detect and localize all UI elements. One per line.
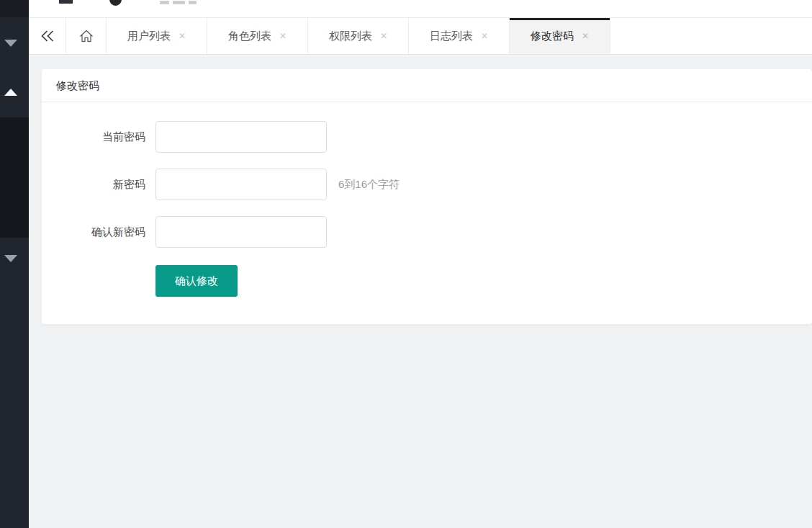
tab-permission-list[interactable]: 权限列表 ✕ <box>308 18 409 54</box>
sidebar-top-shade <box>0 0 29 17</box>
change-password-form: 当前密码 新密码 6到16个字符 确认新密码 确认修改 <box>42 102 812 297</box>
close-icon[interactable]: ✕ <box>582 32 589 40</box>
tab-label: 用户列表 <box>127 30 171 43</box>
tab-label: 日志列表 <box>430 30 473 43</box>
tab-log-list[interactable]: 日志列表 ✕ <box>409 18 510 54</box>
tab-bar: 用户列表 ✕ 角色列表 ✕ 权限列表 ✕ 日志列表 ✕ 修改密码 ✕ <box>29 18 812 55</box>
menu-icon-cropped <box>59 0 73 4</box>
confirm-password-field[interactable] <box>155 216 327 248</box>
change-password-card: 修改密码 当前密码 新密码 6到16个字符 确认新密码 确认修改 <box>42 69 812 324</box>
close-icon[interactable]: ✕ <box>380 32 387 40</box>
tab-label: 角色列表 <box>228 30 271 43</box>
form-row-current-password: 当前密码 <box>42 121 812 153</box>
avatar-cropped <box>109 0 122 6</box>
new-password-field[interactable] <box>155 169 327 200</box>
tab-label: 修改密码 <box>531 30 574 43</box>
content-area: 修改密码 当前密码 新密码 6到16个字符 确认新密码 确认修改 <box>29 55 812 528</box>
close-icon[interactable]: ✕ <box>481 32 488 40</box>
caret-down-icon[interactable] <box>4 40 17 47</box>
tab-home[interactable] <box>66 18 107 54</box>
close-icon[interactable]: ✕ <box>279 32 287 40</box>
home-icon <box>78 29 94 43</box>
caret-down-icon[interactable] <box>4 255 17 262</box>
current-password-label: 当前密码 <box>42 130 155 144</box>
caret-up-icon[interactable] <box>4 89 17 96</box>
tab-user-list[interactable]: 用户列表 ✕ <box>107 18 207 54</box>
sidebar-collapsed-strip <box>0 0 29 528</box>
current-password-field[interactable] <box>155 121 327 153</box>
submit-row: 确认修改 <box>155 264 812 297</box>
tab-label: 权限列表 <box>329 30 372 43</box>
confirm-password-label: 确认新密码 <box>42 225 155 239</box>
double-chevron-left-icon <box>40 30 55 42</box>
cropped-header <box>29 0 812 18</box>
close-icon[interactable]: ✕ <box>179 32 186 40</box>
card-title: 修改密码 <box>42 69 812 102</box>
tab-role-list[interactable]: 角色列表 ✕ <box>207 18 308 54</box>
gray-text-fragment <box>160 1 197 4</box>
form-row-new-password: 新密码 6到16个字符 <box>42 169 812 200</box>
form-row-confirm-password: 确认新密码 <box>42 216 812 248</box>
confirm-change-button[interactable]: 确认修改 <box>155 265 238 297</box>
tab-change-password[interactable]: 修改密码 ✕ <box>510 18 610 54</box>
collapse-sidebar-button[interactable] <box>29 18 66 54</box>
new-password-label: 新密码 <box>42 178 155 192</box>
sidebar-submenu-block <box>0 117 29 238</box>
new-password-hint: 6到16个字符 <box>338 178 400 192</box>
